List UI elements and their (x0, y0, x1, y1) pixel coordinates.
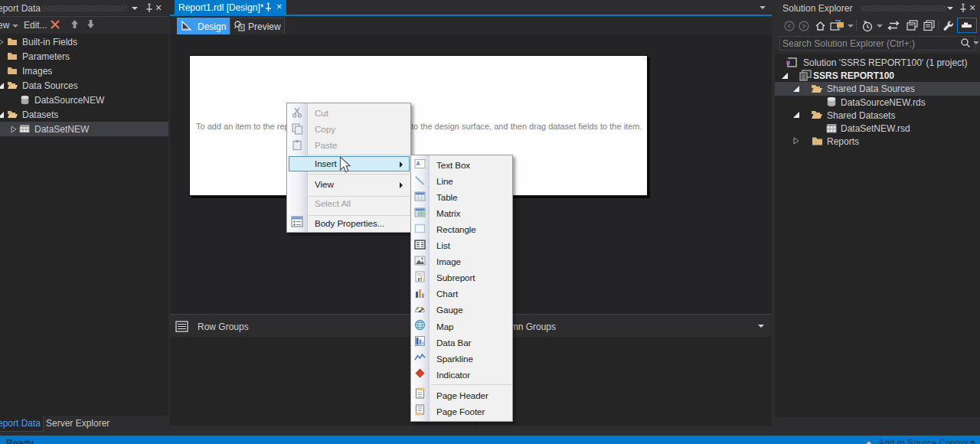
svg-text:A: A (416, 161, 420, 166)
